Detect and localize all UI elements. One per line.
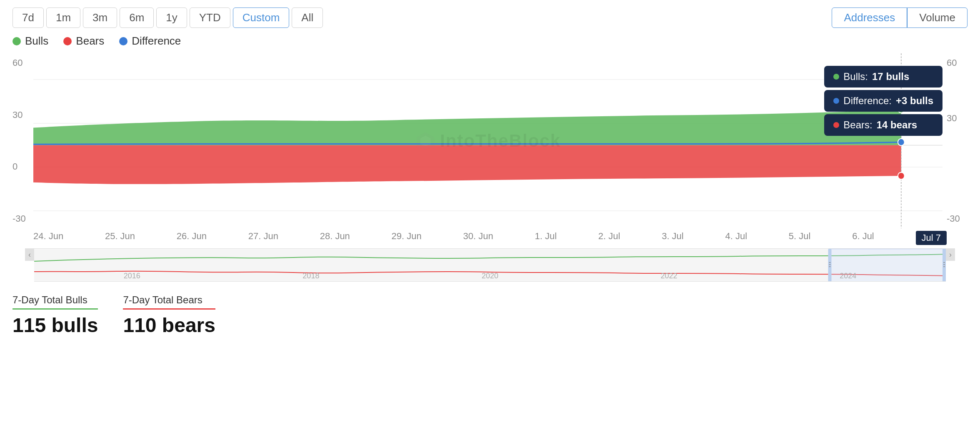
top-controls: 7d 1m 3m 6m 1y YTD Custom All Addresses … — [0, 0, 980, 32]
legend-bulls: Bulls — [12, 35, 48, 48]
y-right-neg30: -30 — [947, 213, 968, 224]
y-label-60: 60 — [12, 58, 31, 68]
svg-rect-12 — [828, 249, 832, 282]
nav-arrow-right[interactable]: › — [946, 248, 955, 261]
difference-dot — [119, 37, 128, 45]
summary-section: 7-Day Total Bulls 115 bulls 7-Day Total … — [0, 282, 980, 345]
tooltip-difference: Difference: +3 bulls — [824, 90, 942, 112]
tooltip-container: Bulls: 17 bulls Difference: +3 bulls Bea… — [824, 66, 942, 136]
time-btn-7d[interactable]: 7d — [12, 8, 44, 28]
chart-svg-wrapper: IntoTheBlock — [33, 53, 942, 228]
summary-bears-underline — [123, 308, 215, 310]
time-btn-custom[interactable]: Custom — [233, 8, 290, 28]
time-btn-6m[interactable]: 6m — [120, 8, 154, 28]
bears-label: Bears — [76, 35, 104, 48]
x-label-10: 4. Jul — [725, 231, 747, 245]
x-label-9: 3. Jul — [662, 231, 684, 245]
y-label-neg30: -30 — [12, 213, 31, 224]
tooltip-diff-label: Difference: — [843, 95, 892, 107]
summary-bears-value: 110 bears — [123, 314, 215, 337]
x-label-2: 26. Jun — [177, 231, 207, 245]
tooltip-bears-dot — [833, 122, 839, 128]
navigator-chart: 2016 2018 2020 2022 2024 — [34, 248, 946, 282]
y-axis-right: 60 30 -30 — [947, 53, 968, 228]
time-button-group: 7d 1m 3m 6m 1y YTD Custom All — [12, 8, 323, 28]
time-btn-1m[interactable]: 1m — [46, 8, 80, 28]
x-label-end: Jul 7 — [916, 231, 947, 245]
time-btn-1y[interactable]: 1y — [156, 8, 187, 28]
tooltip-bears-value: 14 bears — [877, 119, 917, 131]
x-label-7: 1. Jul — [535, 231, 557, 245]
svg-point-10 — [898, 172, 905, 180]
time-btn-3m[interactable]: 3m — [83, 8, 117, 28]
summary-bulls: 7-Day Total Bulls 115 bulls — [12, 294, 98, 337]
tooltip-bulls-label: Bulls: — [843, 71, 868, 82]
summary-bears: 7-Day Total Bears 110 bears — [123, 294, 215, 337]
x-label-0: 24. Jun — [33, 231, 63, 245]
tooltip-bulls: Bulls: 17 bulls — [824, 66, 942, 88]
svg-rect-11 — [830, 249, 946, 282]
main-chart-svg — [33, 53, 942, 228]
x-label-11: 5. Jul — [789, 231, 811, 245]
tooltip-bulls-dot — [833, 74, 839, 80]
y-label-0: 0 — [12, 161, 31, 172]
navigator-svg — [34, 249, 946, 282]
summary-bears-label: 7-Day Total Bears — [123, 294, 215, 306]
main-chart: 60 30 0 -30 IntoTheBlock — [12, 53, 968, 228]
x-label-4: 28. Jun — [320, 231, 350, 245]
svg-rect-13 — [942, 249, 946, 282]
x-label-6: 30. Jun — [463, 231, 493, 245]
x-label-1: 25. Jun — [105, 231, 135, 245]
y-axis-left: 60 30 0 -30 — [12, 53, 31, 228]
summary-bulls-value: 115 bulls — [12, 314, 98, 337]
summary-bulls-underline — [12, 308, 98, 310]
chart-area: 60 30 0 -30 IntoTheBlock — [0, 53, 980, 282]
tooltip-bulls-value: 17 bulls — [872, 71, 909, 82]
bulls-label: Bulls — [25, 35, 48, 48]
y-right-60: 60 — [947, 58, 968, 68]
x-label-8: 2. Jul — [598, 231, 620, 245]
navigator-wrapper: ‹ — [25, 248, 955, 282]
x-axis: 24. Jun 25. Jun 26. Jun 27. Jun 28. Jun … — [12, 228, 968, 245]
tooltip-bears: Bears: 14 bears — [824, 114, 942, 136]
x-label-12: 6. Jul — [852, 231, 874, 245]
bulls-dot — [12, 37, 21, 45]
legend: Bulls Bears Difference — [0, 32, 980, 53]
x-label-5: 29. Jun — [392, 231, 422, 245]
x-label-3: 27. Jun — [248, 231, 278, 245]
time-btn-all[interactable]: All — [292, 8, 323, 28]
y-right-30: 30 — [947, 113, 968, 124]
nav-arrow-left[interactable]: ‹ — [25, 248, 34, 261]
tooltip-bears-label: Bears: — [843, 119, 872, 131]
y-label-30: 30 — [12, 110, 31, 120]
svg-point-9 — [898, 139, 905, 146]
view-btn-volume[interactable]: Volume — [907, 8, 968, 28]
summary-bulls-label: 7-Day Total Bulls — [12, 294, 98, 306]
view-btn-addresses[interactable]: Addresses — [832, 8, 907, 28]
time-btn-ytd[interactable]: YTD — [190, 8, 230, 28]
tooltip-diff-dot — [833, 98, 839, 104]
legend-bears: Bears — [63, 35, 104, 48]
legend-difference: Difference — [119, 35, 181, 48]
tooltip-diff-value: +3 bulls — [896, 95, 933, 107]
view-button-group: Addresses Volume — [832, 8, 968, 28]
bears-dot — [63, 37, 72, 45]
difference-label: Difference — [132, 35, 181, 48]
